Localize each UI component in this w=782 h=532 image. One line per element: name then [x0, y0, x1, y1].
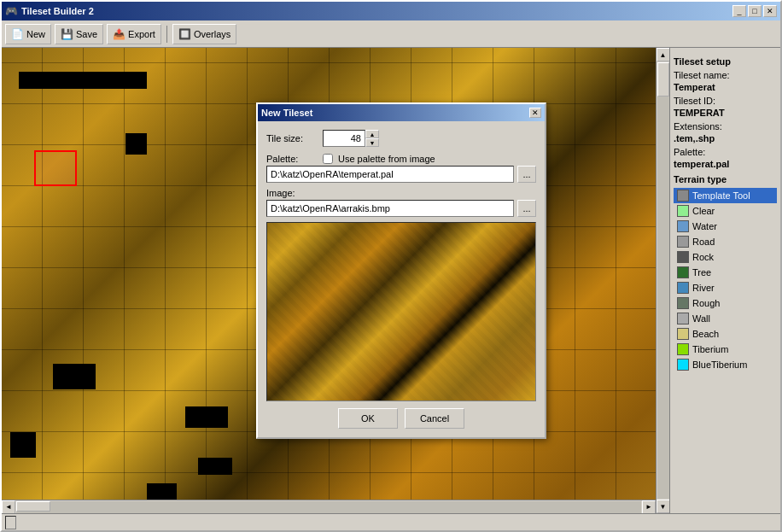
image-label: Image:: [266, 188, 295, 198]
modal-overlay: New Tileset ✕ Tile size: ▲ ▼ Palette:: [0, 0, 782, 532]
image-path-input[interactable]: [266, 200, 514, 217]
new-tileset-dialog: New Tileset ✕ Tile size: ▲ ▼ Palette:: [256, 102, 546, 439]
dialog-title: New Tileset: [261, 108, 312, 118]
spin-buttons: ▲ ▼: [365, 130, 379, 147]
image-preview-content: [267, 223, 535, 400]
tile-size-label: Tile size:: [266, 133, 318, 143]
dialog-body: Tile size: ▲ ▼ Palette: Use palette from…: [258, 121, 545, 437]
image-path-row: ...: [266, 200, 536, 217]
cancel-button[interactable]: Cancel: [405, 408, 464, 429]
ok-button[interactable]: OK: [338, 408, 398, 429]
spin-up-button[interactable]: ▲: [365, 130, 379, 138]
use-palette-checkbox[interactable]: [323, 154, 333, 164]
palette-label-dialog: Palette:: [266, 154, 318, 164]
palette-browse-button[interactable]: ...: [517, 166, 536, 183]
image-preview: [266, 222, 536, 401]
image-browse-button[interactable]: ...: [517, 200, 536, 217]
dialog-close-button[interactable]: ✕: [529, 108, 541, 118]
palette-path-input[interactable]: [266, 166, 514, 183]
palette-row: Palette: Use palette from image: [266, 154, 536, 164]
palette-path-row: ...: [266, 166, 536, 183]
image-label-row: Image:: [266, 188, 536, 198]
use-palette-label: Use palette from image: [338, 154, 435, 164]
dialog-buttons: OK Cancel: [266, 408, 536, 429]
tile-size-row: Tile size: ▲ ▼: [266, 130, 536, 147]
tile-size-spinner[interactable]: ▲ ▼: [323, 130, 379, 147]
tile-size-input[interactable]: [323, 130, 365, 147]
spin-down-button[interactable]: ▼: [365, 138, 379, 147]
dialog-title-bar: New Tileset ✕: [258, 104, 545, 121]
